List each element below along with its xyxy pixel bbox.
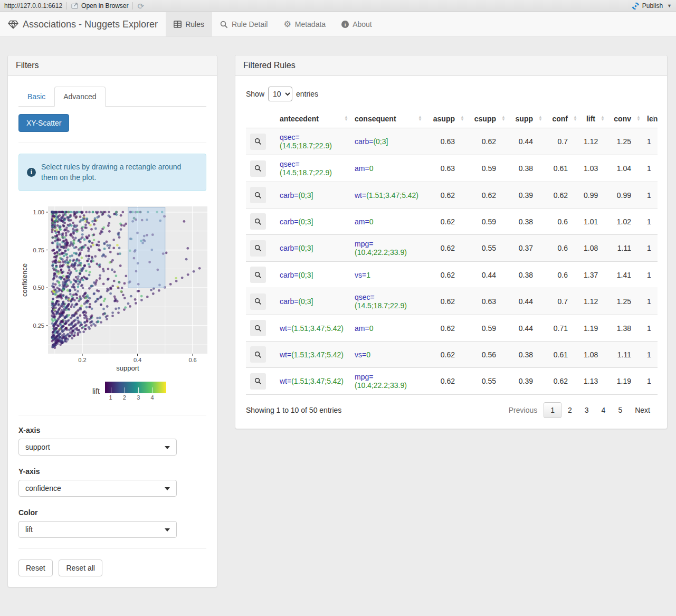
- rule-value: (14.5;18.7;22.9): [280, 168, 332, 177]
- rule-value: (0;3]: [298, 244, 313, 252]
- rule-detail-button[interactable]: [250, 373, 266, 390]
- publish-button[interactable]: Publish: [642, 2, 663, 10]
- magnifier-icon: [254, 218, 262, 225]
- conf-cell: 0.62: [545, 182, 579, 209]
- rule-detail-button[interactable]: [250, 346, 266, 363]
- rule-value: (0;3]: [298, 271, 313, 279]
- rule-value: (0;3]: [298, 191, 313, 200]
- next-page-button[interactable]: Next: [629, 403, 656, 418]
- sort-icons: ▲▼: [573, 116, 577, 121]
- asupp-cell: 0.62: [424, 315, 466, 342]
- table-info: Showing 1 to 10 of 50 entries: [246, 406, 341, 414]
- scatter-plot[interactable]: 0.250.500.751.000.20.40.6supportconfiden…: [21, 205, 206, 401]
- antecedent-cell: qsec=(14.5;18.7;22.9): [275, 155, 350, 182]
- previous-page-button[interactable]: Previous: [502, 403, 544, 418]
- sort-icons: ▲▼: [460, 116, 464, 121]
- sort-icons: ▲▼: [418, 116, 422, 121]
- rule-value: (1.51;3.47;5.42): [291, 324, 344, 333]
- len-cell: 1: [643, 209, 658, 235]
- column-header-conv[interactable]: conv▲▼: [607, 110, 643, 128]
- rule-attribute: carb=: [280, 297, 298, 306]
- column-header-antecedent[interactable]: antecedent▲▼: [275, 110, 350, 128]
- tab-advanced[interactable]: Advanced: [54, 87, 105, 107]
- legend-tick: [111, 387, 111, 393]
- rule-detail-button[interactable]: [250, 240, 266, 257]
- len-cell: 1: [643, 155, 658, 182]
- column-header-len[interactable]: len▲▼: [643, 110, 658, 128]
- tab-about[interactable]: i About: [334, 12, 380, 36]
- consequent-cell: am=0: [350, 209, 424, 235]
- sort-icons: ▲▼: [501, 116, 506, 121]
- tab-rule-detail[interactable]: Rule Detail: [212, 12, 275, 36]
- tab-rules[interactable]: Rules: [166, 12, 212, 36]
- magnifier-icon: [254, 298, 262, 305]
- viewer-url: http://127.0.0.1:6612: [4, 2, 62, 10]
- publish-caret-icon[interactable]: ▼: [667, 3, 672, 8]
- rule-detail-button[interactable]: [250, 187, 266, 203]
- rule-attribute: mpg=: [355, 373, 373, 381]
- filters-panel-title: Filters: [8, 55, 217, 76]
- conf-cell: 0.6: [545, 209, 579, 235]
- magnifier-icon: [254, 325, 262, 332]
- legend-tick: [138, 387, 139, 393]
- rule-attribute: qsec=: [280, 133, 300, 141]
- column-header-lift[interactable]: lift▲▼: [579, 110, 607, 128]
- column-header-conf[interactable]: conf▲▼: [545, 110, 579, 128]
- reload-icon[interactable]: ⟳: [137, 2, 144, 10]
- rule-detail-button[interactable]: [250, 134, 266, 150]
- color-select[interactable]: lift: [18, 521, 177, 538]
- supp-cell: 0.38: [508, 155, 545, 182]
- column-header-asupp[interactable]: asupp▲▼: [424, 110, 466, 128]
- app-brand: Associations - Nuggets Explorer: [0, 12, 166, 36]
- svg-text:0.4: 0.4: [134, 357, 141, 363]
- svg-text:support: support: [116, 364, 139, 372]
- table-row: qsec=(14.5;18.7;22.9)carb=(0;3]0.630.620…: [246, 128, 658, 155]
- page-button-1[interactable]: 1: [544, 402, 561, 418]
- page-button-3[interactable]: 3: [578, 403, 595, 418]
- page-button-2[interactable]: 2: [561, 403, 578, 418]
- asupp-cell: 0.62: [424, 262, 466, 288]
- rule-detail-button[interactable]: [250, 213, 266, 230]
- supp-cell: 0.44: [508, 315, 545, 342]
- conv-cell: 1.11: [607, 235, 643, 262]
- x-axis-select[interactable]: support: [18, 439, 177, 456]
- conf-cell: 0.61: [545, 342, 579, 368]
- tab-basic[interactable]: Basic: [18, 87, 54, 107]
- conf-cell: 0.6: [545, 262, 579, 288]
- column-header-consequent[interactable]: consequent▲▼: [350, 110, 424, 128]
- lift-cell: 1.12: [579, 128, 607, 155]
- column-header-supp[interactable]: supp▲▼: [508, 110, 545, 128]
- consequent-cell: mpg=(10.4;22.2;33.9): [350, 235, 424, 262]
- app-navbar: Associations - Nuggets Explorer Rules Ru…: [0, 12, 676, 37]
- page-button-4[interactable]: 4: [595, 403, 612, 418]
- reset-all-button[interactable]: Reset all: [59, 560, 102, 576]
- scatter-plot-canvas[interactable]: 0.250.500.751.000.20.40.6supportconfiden…: [21, 205, 208, 372]
- page-button-5[interactable]: 5: [612, 403, 629, 418]
- asupp-cell: 0.63: [424, 128, 466, 155]
- antecedent-cell: carb=(0;3]: [275, 262, 350, 288]
- page-length-select[interactable]: 10: [268, 87, 292, 101]
- column-header-csupp[interactable]: csupp▲▼: [466, 110, 508, 128]
- lift-cell: 1.08: [579, 235, 607, 262]
- reset-button[interactable]: Reset: [18, 560, 53, 576]
- csupp-cell: 0.59: [466, 155, 508, 182]
- rule-attribute: vs=: [355, 350, 366, 359]
- rule-detail-button[interactable]: [250, 160, 266, 177]
- table-icon: [174, 21, 182, 28]
- gear-icon: ⚙: [283, 20, 291, 29]
- rule-detail-button[interactable]: [250, 320, 266, 336]
- rule-value: (0;3]: [298, 217, 313, 226]
- rule-detail-button[interactable]: [250, 267, 266, 283]
- lift-cell: 1.01: [579, 209, 607, 235]
- magnifier-icon: [254, 138, 262, 145]
- rule-detail-button[interactable]: [250, 293, 266, 310]
- chevron-down-icon: [165, 446, 170, 449]
- asupp-cell: 0.62: [424, 342, 466, 368]
- tab-metadata[interactable]: ⚙ Metadata: [275, 12, 334, 36]
- show-label: Show: [246, 90, 264, 98]
- asupp-cell: 0.62: [424, 182, 466, 209]
- y-axis-select[interactable]: confidence: [18, 480, 177, 497]
- xy-scatter-button[interactable]: XY-Scatter: [18, 114, 69, 132]
- open-in-browser-button[interactable]: Open in Browser: [71, 2, 128, 10]
- conf-cell: 0.6: [545, 235, 579, 262]
